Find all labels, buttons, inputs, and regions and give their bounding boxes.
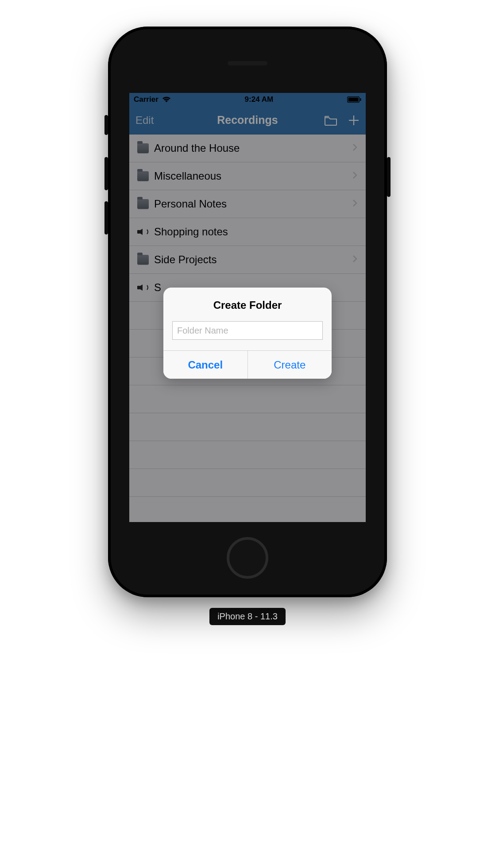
create-button[interactable]: Create — [248, 351, 332, 379]
simulator-label: iPhone 8 - 11.3 — [209, 608, 286, 625]
volume-down-button — [104, 201, 108, 234]
cancel-button[interactable]: Cancel — [163, 351, 248, 379]
earpiece-speaker — [228, 61, 267, 65]
create-folder-dialog: Create Folder Cancel Create — [163, 288, 332, 379]
dialog-title: Create Folder — [163, 288, 332, 319]
volume-up-button — [104, 157, 108, 190]
screen: Carrier 9:24 AM — [129, 93, 366, 522]
folder-name-input[interactable] — [172, 321, 323, 340]
home-button[interactable] — [227, 537, 268, 579]
device-frame: Carrier 9:24 AM — [108, 27, 387, 597]
mute-switch — [104, 115, 108, 135]
power-button — [387, 157, 391, 197]
